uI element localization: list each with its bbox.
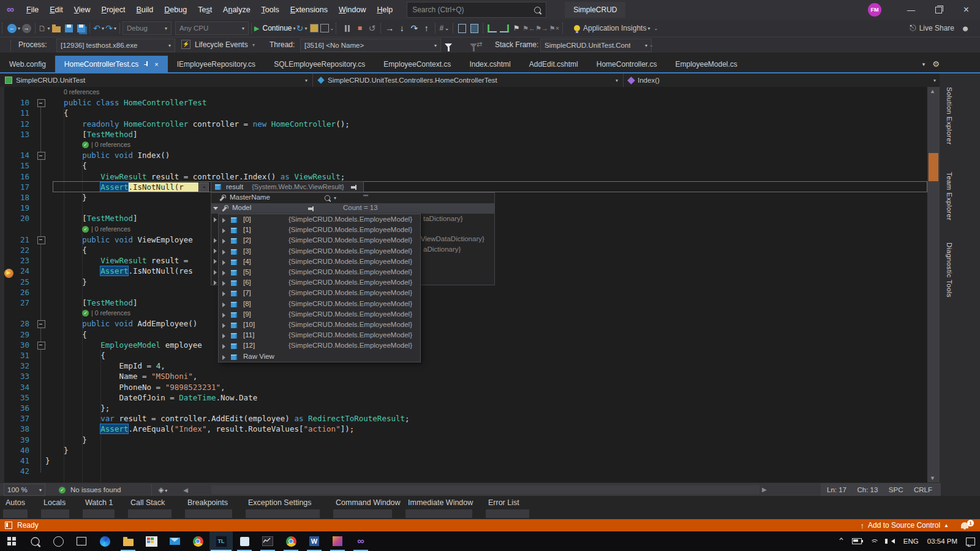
datatip-row-model[interactable]: Model Count = 13 (211, 203, 494, 214)
menu-build[interactable]: Build (131, 0, 159, 20)
model-item-10[interactable]: [10]{SimpleCRUD.Models.EmployeeModel} (219, 320, 420, 331)
tl-app-icon[interactable]: TL (209, 531, 233, 551)
clear-bookmarks-button[interactable]: ⚑× (548, 21, 560, 35)
expand-icon[interactable] (222, 334, 225, 339)
speaker-icon[interactable] (891, 539, 895, 544)
bottom-tab-window[interactable] (3, 509, 28, 518)
menu-extensions[interactable]: Extensions (285, 0, 333, 20)
expanded-icon[interactable] (213, 207, 218, 210)
close-button[interactable]: × (952, 0, 980, 20)
code-line-13[interactable]: 13 [TestMethod] (0, 129, 927, 140)
menu-window[interactable]: Window (333, 0, 371, 20)
chrome-icon[interactable] (186, 531, 209, 551)
codelens-references[interactable]: ✓| 0 references (82, 309, 130, 317)
model-item-8[interactable]: [8]{SimpleCRUD.Models.EmployeeModel} (219, 299, 420, 310)
code-line-11[interactable]: 11 { (0, 108, 927, 118)
bottom-tab-locals[interactable]: Locals (43, 498, 66, 507)
model-item-3[interactable]: [3]{SimpleCRUD.Models.EmployeeModel} (219, 247, 420, 257)
expand-icon[interactable] (222, 218, 225, 223)
restart-button[interactable]: ↻▾ (296, 21, 308, 35)
bottom-tab-window[interactable] (486, 509, 529, 518)
model-item-6[interactable]: [6]{SimpleCRUD.Models.EmployeeModel} (219, 278, 420, 288)
fold-collapse-icon[interactable] (37, 152, 45, 160)
current-statement-breakpoint-icon[interactable] (4, 269, 13, 278)
expand-icon[interactable] (222, 260, 225, 265)
bottom-tab-call-stack[interactable]: Call Stack (130, 498, 165, 507)
tray-expand-icon[interactable]: ^ (839, 537, 843, 545)
datatip-result-row[interactable]: result {System.Web.Mvc.ViewResult} (211, 181, 364, 192)
code-line-12[interactable]: 12 readonly HomeController controller = … (0, 119, 927, 129)
pickit-icon[interactable] (326, 531, 349, 551)
wifi-icon[interactable] (870, 538, 879, 544)
menu-analyze[interactable]: Analyze (217, 0, 255, 20)
code-line-32[interactable]: 32 EmpId = 4, (0, 361, 927, 371)
model-item-rawview[interactable]: Raw View (219, 352, 420, 362)
codelens-row[interactable]: ✓| 0 references (0, 308, 927, 318)
column-indicator[interactable]: Ch: 13 (857, 486, 878, 493)
bottom-tab-command-window[interactable]: Command Window (336, 498, 401, 507)
battery-icon[interactable] (852, 538, 862, 544)
codelens-row[interactable]: ✓| 0 references (0, 140, 927, 150)
navigate-back-button[interactable]: ←▾ (7, 21, 20, 35)
expand-icon[interactable] (222, 228, 225, 233)
code-line-31[interactable]: 31 { (0, 350, 927, 361)
expand-icon[interactable] (222, 250, 225, 255)
tab-iemployeerepository-cs[interactable]: IEmployeeRepository.cs (168, 56, 265, 72)
bottom-tab-window[interactable] (333, 509, 392, 518)
restart-debug-button[interactable]: ↺ (366, 21, 378, 35)
code-line-39[interactable]: 39 } (0, 435, 927, 445)
code-line-14[interactable]: 14 public void Index() (0, 150, 927, 160)
model-item-5[interactable]: [5]{SimpleCRUD.Models.EmployeeModel} (219, 268, 420, 278)
expand-icon[interactable] (222, 271, 225, 276)
save-all-button[interactable] (75, 21, 87, 35)
previous-bookmark-button[interactable]: ⚑← (522, 21, 535, 35)
fold-collapse-icon[interactable] (37, 99, 45, 107)
project-dropdown[interactable]: SimpleCRUD.UnitTest▾ (0, 73, 313, 87)
word-icon[interactable]: W (303, 531, 326, 551)
watch-window-icon[interactable]: ⌄ (320, 21, 334, 35)
line-indicator[interactable]: Ln: 17 (827, 486, 846, 493)
lifecycle-events-button[interactable]: Lifecycle Events (195, 40, 248, 49)
model-item-2[interactable]: [2]{SimpleCRUD.Models.EmployeeModel} (219, 236, 420, 246)
expand-icon[interactable] (222, 239, 225, 244)
add-to-source-control-button[interactable]: Add to Source Control (868, 521, 940, 530)
navigate-forward-button[interactable]: → (20, 21, 32, 35)
language-indicator[interactable]: ENG (903, 538, 919, 545)
tab-employeecontext-cs[interactable]: EmployeeContext.cs (374, 56, 460, 72)
find-in-files-icon[interactable] (308, 21, 320, 35)
clock[interactable]: 03:54 PM (927, 538, 957, 545)
tab-homecontrollertest-cs[interactable]: HomeControllerTest.cs× (55, 56, 168, 72)
menu-tools[interactable]: Tools (256, 0, 285, 20)
datatip-model-items-popup[interactable]: [0]{SimpleCRUD.Models.EmployeeModel}[1]{… (218, 214, 421, 362)
tab-addedit-cshtml[interactable]: AddEdit.cshtml (520, 56, 587, 72)
code-line-27[interactable]: 27 [TestMethod] (0, 298, 927, 308)
zoom-combo[interactable]: 100 %▾ (4, 484, 45, 496)
model-item-11[interactable]: [11]{SimpleCRUD.Models.EmployeeModel} (219, 331, 420, 341)
codelens-references[interactable]: ✓| 0 references (82, 141, 130, 149)
chevron-up-icon[interactable]: ▲ (944, 523, 949, 528)
hex-display-button[interactable]: #⌄ (438, 21, 450, 35)
open-file-button[interactable] (50, 21, 62, 35)
model-item-4[interactable]: [4]{SimpleCRUD.Models.EmployeeModel} (219, 257, 420, 268)
step-into-specific-icon[interactable] (486, 21, 498, 35)
bottom-tab-window[interactable] (128, 509, 172, 518)
bottom-tab-exception-settings[interactable]: Exception Settings (248, 498, 312, 507)
menu-edit[interactable]: Edit (44, 0, 69, 20)
stack-frame-combo[interactable]: SimpleCRUD.UnitTest.Controllers.HomeCc▾ (540, 39, 652, 52)
solution-platform-combo[interactable]: Any CPU▾ (175, 21, 249, 35)
model-item-1[interactable]: [1]{SimpleCRUD.Models.EmployeeModel} (219, 225, 420, 236)
breakpoints-window-icon[interactable] (456, 21, 468, 35)
expand-icon[interactable] (222, 355, 225, 360)
next-bookmark-button[interactable]: ⚑→ (535, 21, 548, 35)
avatar[interactable]: FM (868, 3, 881, 17)
codelens-references[interactable]: ✓| 0 references (82, 225, 130, 233)
menu-help[interactable]: Help (371, 0, 398, 20)
health-indicator[interactable]: No issues found (70, 486, 121, 493)
code-line-30[interactable]: 30 EmployeeModel employee (0, 340, 927, 350)
datatip-row-mastername[interactable]: MasterName ▾ "" (211, 193, 494, 203)
model-item-0[interactable]: [0]{SimpleCRUD.Models.EmployeeModel} (219, 215, 420, 225)
source-control-glyph-icon[interactable]: ◈▾ (158, 485, 167, 494)
code-line-37[interactable]: 37 var result = controller.AddEdit(emplo… (0, 413, 927, 424)
send-feedback-icon[interactable]: ☻ (959, 21, 971, 35)
search-input[interactable]: Search (Ctrl+Q) (407, 2, 546, 18)
